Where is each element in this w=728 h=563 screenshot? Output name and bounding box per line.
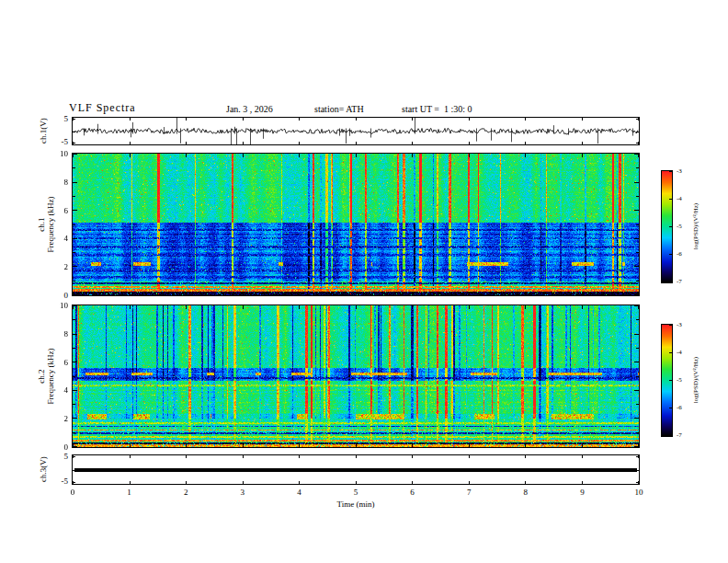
ch1-frequency-axis-label: ch.1 Frequency (kHz): [37, 196, 55, 252]
ch2-spec-ytick-0: 0: [48, 442, 68, 452]
ch1-spec-ytick-8: 8: [48, 178, 68, 187]
ch1-spectrogram-panel: [72, 153, 640, 296]
ch2-spec-ytick-6: 6: [48, 358, 68, 367]
x-tick-4: 4: [290, 488, 308, 497]
date-label: Jan. 3 , 2026: [226, 104, 273, 114]
ch2-spec-ytick-8: 8: [48, 329, 68, 339]
x-tick-6: 6: [404, 488, 422, 497]
ch1-spec-label-line2: Frequency (kHz): [46, 196, 55, 252]
x-tick-2: 2: [176, 488, 195, 497]
colorbar2-tick--4: -4: [677, 349, 695, 356]
x-tick-9: 9: [573, 488, 591, 497]
colorbar1-tick--7: -7: [677, 278, 695, 285]
ch3-ytick-max: 5: [51, 452, 68, 461]
ch1-spec-ytick-0: 0: [48, 291, 68, 300]
x-tick-10: 10: [630, 488, 648, 497]
vlf-spectra-figure: VLF Spectra Jan. 3 , 2026 station= ATH s…: [0, 0, 728, 563]
x-tick-0: 0: [63, 488, 82, 497]
colorbar1: [661, 170, 673, 283]
ch1-spec-ytick-4: 4: [48, 234, 68, 243]
colorbar2-tick--7: -7: [677, 431, 695, 439]
ch1-ytick-max: 5: [51, 114, 68, 123]
colorbar2-tick--6: -6: [677, 404, 695, 411]
ch2-spec-ytick-10: 10: [48, 301, 68, 310]
colorbar1-tick--6: -6: [677, 250, 695, 258]
ch1-spec-label-line1: ch.1: [37, 196, 46, 252]
ch1-voltage-axis-label: ch.1(V): [39, 118, 48, 144]
ch2-spectrogram-panel: [72, 304, 640, 448]
ch3-waveform-panel: [72, 454, 640, 485]
colorbar2-tick--5: -5: [677, 376, 695, 384]
ch2-spec-label-line2: Frequency (kHz): [46, 348, 55, 404]
x-tick-5: 5: [347, 488, 365, 497]
station-label: station= ATH: [314, 104, 364, 114]
colorbar2-tick--3: -3: [677, 321, 695, 328]
x-tick-1: 1: [120, 488, 139, 497]
colorbar1-tick--4: -4: [677, 195, 695, 202]
ch2-spec-label-line1: ch.2: [37, 348, 46, 404]
x-axis-label: Time (min): [314, 500, 397, 509]
figure-title: VLF Spectra: [69, 101, 136, 115]
ch1-ytick-min: -5: [51, 137, 68, 146]
colorbar1-tick--3: -3: [677, 167, 695, 175]
ch1-spec-ytick-2: 2: [48, 262, 68, 271]
colorbar2: [661, 324, 673, 437]
x-tick-7: 7: [460, 488, 478, 497]
start-ut-label: start UT = 1 :30: 0: [402, 104, 472, 114]
ch3-voltage-axis-label: ch.3(V): [39, 456, 48, 482]
ch3-ytick-min: -5: [51, 477, 68, 486]
ch2-spec-ytick-2: 2: [48, 414, 68, 423]
ch2-frequency-axis-label: ch.2 Frequency (kHz): [37, 348, 55, 404]
ch1-spec-ytick-6: 6: [48, 206, 68, 215]
x-tick-3: 3: [233, 488, 252, 497]
colorbar1-tick--5: -5: [677, 223, 695, 230]
x-tick-8: 8: [517, 488, 535, 497]
ch1-waveform-panel: [72, 117, 640, 145]
ch2-spec-ytick-4: 4: [48, 385, 68, 395]
ch1-spec-ytick-10: 10: [48, 149, 68, 158]
